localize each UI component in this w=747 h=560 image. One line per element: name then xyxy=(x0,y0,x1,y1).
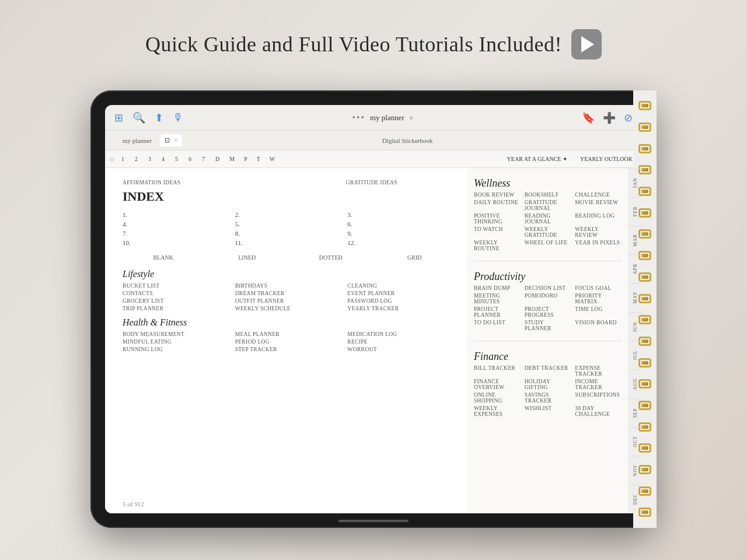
month-aug[interactable]: AUG xyxy=(628,369,642,398)
item-outfit-planner[interactable]: OUTFIT PLANNER xyxy=(235,298,343,304)
nav-num-7[interactable]: 7 xyxy=(198,155,208,163)
item-debt-tracker[interactable]: DEBT TRACKER xyxy=(525,365,571,377)
item-time-log[interactable]: TIME LOG xyxy=(575,306,621,318)
item-income-tracker[interactable]: INCOME TRACKER xyxy=(575,379,621,390)
item-vision-board[interactable]: VISION BOARD xyxy=(575,320,621,331)
item-mindful-eating[interactable]: MINDFUL EATING xyxy=(123,339,231,345)
item-body-measurement[interactable]: BODY MEASUREMENT xyxy=(123,331,231,337)
item-holiday-gifting[interactable]: HOLIDAY GIFTING xyxy=(525,379,571,390)
type-blank[interactable]: BLANK xyxy=(123,254,204,261)
nav-year-at-glance[interactable]: YEAR AT A GLANCE ✦ xyxy=(502,155,572,163)
index-num-7[interactable]: 7. xyxy=(123,230,231,237)
item-recipe[interactable]: RECIPE xyxy=(347,339,455,345)
mic-icon[interactable]: 🎙 xyxy=(173,111,183,124)
nav-num-d[interactable]: D xyxy=(212,155,223,163)
item-challenge[interactable]: CHALLENGE xyxy=(575,192,621,198)
item-savings-tracker[interactable]: SAVINGS TRACKER xyxy=(525,392,571,404)
item-meeting-minutes[interactable]: MEETING MINUTES xyxy=(474,293,520,304)
month-jan[interactable]: JAN xyxy=(628,168,642,197)
nav-letter-t[interactable]: T xyxy=(254,155,263,163)
item-contacts[interactable]: CONTACTS xyxy=(123,290,231,296)
item-password-log[interactable]: PASSWORD LOG xyxy=(347,298,455,304)
item-movie-review[interactable]: MOVIE REVIEW xyxy=(575,200,621,211)
index-num-2[interactable]: 2. xyxy=(235,211,343,218)
tab-active-panel[interactable]: ⊡ × xyxy=(160,134,183,146)
type-dotted[interactable]: DOTTED xyxy=(290,254,372,261)
item-bucket-list[interactable]: BUCKET LIST xyxy=(123,283,231,289)
item-birthdays[interactable]: BIRTHDAYS xyxy=(235,283,343,289)
plus-square-icon[interactable]: ➕ xyxy=(603,111,616,124)
index-num-11[interactable]: 11. xyxy=(235,239,343,246)
nav-num-1[interactable]: 1 xyxy=(118,155,128,163)
item-weekly-routine[interactable]: WEEKLY ROUTINE xyxy=(474,240,520,251)
item-brain-dump[interactable]: BRAIN DUMP xyxy=(474,285,520,291)
item-workout[interactable]: WORKOUT xyxy=(347,346,455,352)
nav-num-5[interactable]: 5 xyxy=(172,155,181,163)
nav-letter-m[interactable]: M xyxy=(226,155,238,163)
item-cleaning[interactable]: CLEANING xyxy=(347,283,455,289)
index-num-10[interactable]: 10. xyxy=(123,239,231,246)
item-weekly-gratitude[interactable]: WEEKLY GRATITUDE xyxy=(525,226,571,238)
item-expense-tracker[interactable]: EXPENSE TRACKER xyxy=(575,365,621,377)
item-period-log[interactable]: PERIOD LOG xyxy=(235,339,343,345)
item-bill-tracker[interactable]: BILL TRACKER xyxy=(474,365,520,377)
nav-letter-w[interactable]: W xyxy=(267,155,278,163)
month-dec[interactable]: DEC xyxy=(628,485,642,513)
item-medication-log[interactable]: MEDICATION LOG xyxy=(347,331,455,337)
item-weekly-review[interactable]: WEEKLY REVIEW xyxy=(575,226,621,238)
index-num-3[interactable]: 3. xyxy=(347,211,455,218)
item-subscriptions[interactable]: SUBSCRIPTIONS xyxy=(575,392,621,404)
item-project-planner[interactable]: PROJECT PLANNER xyxy=(474,306,520,318)
month-mar[interactable]: MAR xyxy=(628,226,642,254)
item-daily-routine[interactable]: DAILY ROUTINE xyxy=(474,200,520,211)
item-year-in-pixels[interactable]: YEAR IN PIXELS xyxy=(575,240,621,251)
item-positive-thinking[interactable]: POSITIVE THINKING xyxy=(474,213,520,225)
item-pomodoro[interactable]: POMODORO xyxy=(525,293,571,304)
nav-num-2[interactable]: 2 xyxy=(131,155,141,163)
item-reading-journal[interactable]: READING JOURNAL xyxy=(525,213,571,225)
item-meal-planner[interactable]: MEAL PLANNER xyxy=(235,331,343,337)
item-trip-planner[interactable]: TRIP PLANNER xyxy=(123,306,231,312)
item-gratitude-journal[interactable]: GRATITUDE JOURNAL xyxy=(525,200,571,211)
item-running-log[interactable]: RUNNING LOG xyxy=(123,346,231,352)
chevron-down-icon[interactable]: ∨ xyxy=(409,114,413,121)
item-grocery-list[interactable]: GROCERY LIST xyxy=(123,298,231,304)
item-wishlist[interactable]: WISHLIST xyxy=(525,405,571,417)
type-grid[interactable]: GRID xyxy=(374,254,456,261)
tab-close-icon[interactable]: × xyxy=(174,137,178,144)
search-icon[interactable]: 🔍 xyxy=(132,111,145,124)
item-yearly-tracker[interactable]: YEARLY TRACKER xyxy=(347,306,455,312)
nav-num-6[interactable]: 6 xyxy=(185,155,195,163)
item-to-do-list[interactable]: TO DO LIST xyxy=(474,320,520,331)
item-event-planner[interactable]: EVENT PLANNER xyxy=(347,290,455,296)
item-priority-matrix[interactable]: PRIORITY MATRIX xyxy=(575,293,621,304)
index-num-9[interactable]: 9. xyxy=(347,230,455,237)
play-button[interactable] xyxy=(571,29,602,60)
item-book-review[interactable]: BOOK REVIEW xyxy=(474,192,520,198)
index-num-12[interactable]: 12. xyxy=(347,239,455,246)
month-jun[interactable]: JUN xyxy=(628,312,642,341)
item-reading-log[interactable]: READING LOG xyxy=(575,213,621,225)
item-wheel-of-life[interactable]: WHEEL OF LIFE xyxy=(525,240,571,251)
month-oct[interactable]: OCT xyxy=(628,427,642,456)
nav-yearly-outlook[interactable]: YEARLY OUTLOOK xyxy=(575,155,637,163)
item-30-day-challenge[interactable]: 30 DAY CHALLENGE xyxy=(575,405,621,417)
grid-icon[interactable]: ⊞ xyxy=(114,111,123,124)
index-num-4[interactable]: 4. xyxy=(123,220,231,228)
type-lined[interactable]: LINED xyxy=(207,254,288,261)
item-study-planner[interactable]: STUDY PLANNER xyxy=(525,320,571,331)
month-may[interactable]: MAY xyxy=(628,283,642,312)
circle-x-icon[interactable]: ⊘ xyxy=(624,111,633,124)
item-focus-goal[interactable]: FOCUS GOAL xyxy=(575,285,621,291)
index-num-8[interactable]: 8. xyxy=(235,230,343,237)
month-apr[interactable]: APR xyxy=(628,254,642,283)
item-weekly-expenses[interactable]: WEEKLY EXPENSES xyxy=(474,405,520,417)
month-jul[interactable]: JUL xyxy=(628,341,642,369)
item-project-progress[interactable]: PROJECT PROGRESS xyxy=(525,306,571,318)
item-bookshelf[interactable]: BOOKSHELF xyxy=(525,192,571,198)
tab-digital-stickerbook[interactable]: Digital Stickerbook xyxy=(182,137,633,144)
month-feb[interactable]: FEB xyxy=(628,197,642,225)
item-online-shopping[interactable]: ONLINE SHOPPING xyxy=(474,392,520,404)
item-dream-tracker[interactable]: DREAM TRACKER xyxy=(235,290,343,296)
planner-title[interactable]: my planner xyxy=(370,113,404,123)
